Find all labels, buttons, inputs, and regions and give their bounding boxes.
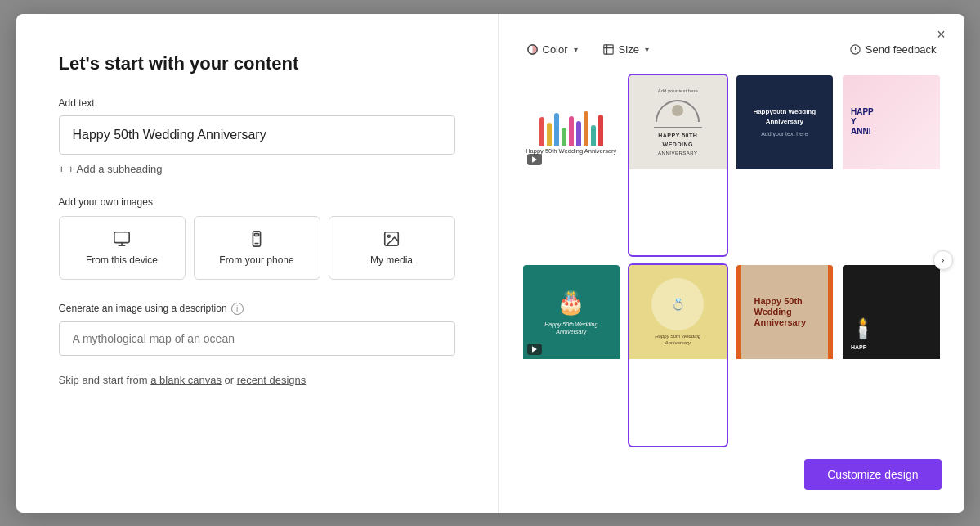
- title-input[interactable]: [59, 115, 455, 155]
- arch-icon: [656, 100, 700, 122]
- card8-content: 🕯️ HAPP: [843, 265, 940, 359]
- card3-content: Happy50th WeddingAnniversary Add your te…: [736, 97, 834, 146]
- card7-content: Happy 50thWeddingAnniversary: [736, 265, 834, 359]
- right-panel: Color ▾ Size ▾: [499, 14, 964, 513]
- card6-text: Happy 50th WeddingAnniversary: [655, 334, 700, 347]
- plus-icon: +: [59, 163, 65, 175]
- svg-marker-16: [532, 156, 537, 163]
- send-feedback-button[interactable]: Send feedback: [844, 40, 942, 59]
- template-card-8[interactable]: 🕯️ HAPP: [841, 263, 942, 447]
- card8-text: HAPP: [851, 344, 866, 351]
- card3-sub: Add your text here: [746, 131, 824, 137]
- card2-title: HAPPY 50TH: [658, 133, 697, 138]
- skip-text: Skip and start from a blank canvas or re…: [59, 374, 455, 386]
- left-panel: Let's start with your content Add text +…: [16, 14, 499, 513]
- size-button[interactable]: Size ▾: [597, 40, 654, 59]
- svg-rect-10: [603, 44, 612, 53]
- my-media-label: My media: [370, 254, 413, 266]
- generate-input[interactable]: [59, 321, 455, 356]
- size-chevron-icon: ▾: [645, 45, 649, 54]
- color-label: Color: [543, 43, 568, 56]
- play-icon: [530, 155, 539, 164]
- customize-design-button[interactable]: Customize design: [804, 459, 941, 490]
- size-label: Size: [619, 43, 639, 56]
- my-media-button[interactable]: My media: [329, 216, 455, 280]
- template-card-4[interactable]: HAPPYANNI: [841, 74, 942, 258]
- add-images-label: Add your own images: [59, 196, 455, 208]
- gold-circle: 💍: [651, 278, 704, 330]
- from-device-label: From this device: [86, 254, 158, 266]
- info-icon[interactable]: i: [231, 303, 244, 315]
- svg-rect-0: [114, 232, 129, 242]
- video-badge-5: [527, 344, 542, 355]
- generate-label: Generate an image using a description i: [59, 303, 455, 315]
- size-icon: [602, 43, 615, 56]
- add-text-label: Add text: [59, 97, 455, 109]
- blank-canvas-link[interactable]: a blank canvas: [150, 374, 222, 386]
- from-phone-button[interactable]: From your phone: [194, 216, 320, 280]
- template-card-1[interactable]: Happy 50th Wedding Anniversary: [521, 74, 622, 258]
- card3-title: Happy50th WeddingAnniversary: [746, 107, 824, 125]
- image-options: From this device From your phone My medi: [59, 216, 455, 280]
- monitor-icon: [113, 230, 131, 248]
- card2-wedding: WEDDING: [663, 142, 693, 147]
- svg-point-7: [387, 235, 390, 237]
- feedback-icon: [849, 43, 861, 56]
- video-badge-1: [527, 154, 542, 165]
- color-chevron-icon: ▾: [574, 45, 578, 54]
- panel-title: Let's start with your content: [59, 53, 455, 74]
- cake-emoji: 🎂: [557, 289, 585, 316]
- grid-next-button[interactable]: ›: [933, 250, 953, 270]
- from-device-button[interactable]: From this device: [59, 216, 186, 280]
- image-icon: [383, 230, 401, 248]
- template-card-3[interactable]: Happy50th WeddingAnniversary Add your te…: [735, 74, 835, 258]
- card2-content: Add your text here HAPPY 50TH WEDDING AN…: [629, 80, 727, 164]
- card6-content: 💍 Happy 50th WeddingAnniversary: [629, 265, 727, 359]
- add-subheading-label: + Add a subheading: [68, 163, 162, 175]
- modal: × Let's start with your content Add text…: [16, 14, 964, 513]
- phone-icon: [248, 230, 266, 248]
- template-grid: Happy 50th Wedding Anniversary Add your …: [521, 74, 942, 447]
- right-bar: [828, 265, 833, 359]
- color-icon: [526, 43, 539, 56]
- card7-title: Happy 50thWeddingAnniversary: [748, 296, 807, 329]
- template-card-5[interactable]: 🎂 Happy 50th WeddingAnniversary: [521, 263, 622, 447]
- card5-text: Happy 50th WeddingAnniversary: [544, 321, 597, 335]
- svg-marker-17: [532, 346, 537, 353]
- from-phone-label: From your phone: [219, 254, 293, 266]
- toolbar: Color ▾ Size ▾: [521, 40, 942, 59]
- template-card-7[interactable]: Happy 50thWeddingAnniversary: [735, 263, 835, 447]
- play-icon: [530, 345, 539, 353]
- template-card-2[interactable]: Add your text here HAPPY 50TH WEDDING AN…: [628, 74, 728, 258]
- template-card-6[interactable]: 💍 Happy 50th WeddingAnniversary: [628, 263, 728, 447]
- send-feedback-label: Send feedback: [866, 43, 937, 56]
- card2-anniversary: ANNIVERSARY: [658, 151, 697, 155]
- color-button[interactable]: Color ▾: [521, 40, 583, 59]
- svg-rect-5: [254, 233, 259, 236]
- card4-title: HAPPYANNI: [843, 99, 940, 145]
- recent-designs-link[interactable]: recent designs: [237, 374, 307, 386]
- add-subheading-button[interactable]: + + Add a subheading: [59, 163, 163, 175]
- left-bar: [736, 265, 741, 359]
- close-button[interactable]: ×: [930, 24, 953, 47]
- toolbar-left: Color ▾ Size ▾: [521, 40, 654, 59]
